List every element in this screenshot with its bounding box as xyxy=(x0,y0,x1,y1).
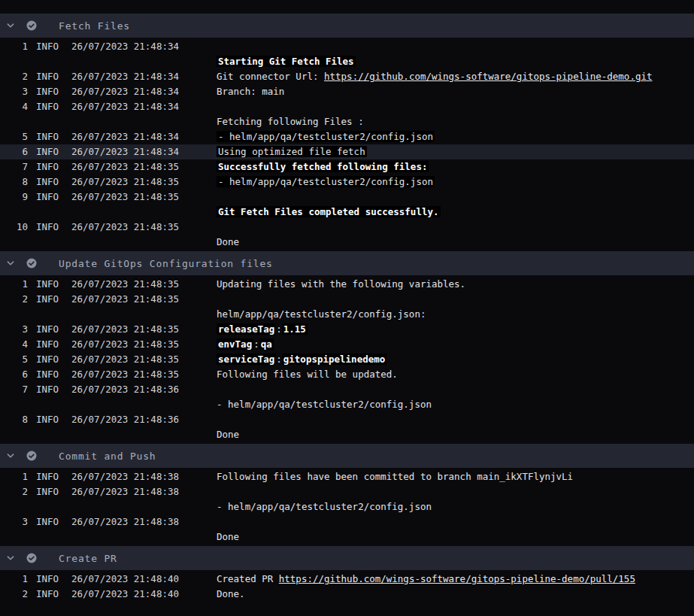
log-timestamp: 26/07/2023 21:48:38 xyxy=(71,469,217,484)
log-row[interactable]: 5INFO26/07/2023 21:48:34- helm/app/qa/te… xyxy=(0,129,694,144)
log-text: qa xyxy=(259,338,274,350)
log-row[interactable]: 6INFO26/07/2023 21:48:35Following files … xyxy=(0,367,694,382)
log-row[interactable]: 2INFO26/07/2023 21:48:34Git connector Ur… xyxy=(0,69,694,84)
line-number: 1 xyxy=(0,572,28,587)
line-number xyxy=(0,205,28,220)
log-text: : xyxy=(276,323,282,335)
section-commit-and-push: Commit and Push 1INFO26/07/2023 21:48:38… xyxy=(0,444,694,546)
log-row[interactable]: 6INFO26/07/2023 21:48:34Using optimized … xyxy=(0,144,694,159)
log-row[interactable]: Done xyxy=(0,235,694,250)
log-text: Git connector Url: xyxy=(217,71,324,82)
line-number: 8 xyxy=(0,174,28,190)
log-row[interactable]: 4INFO26/07/2023 21:48:34 xyxy=(0,99,694,114)
log-text: Following files have been committed to b… xyxy=(217,471,573,482)
log-level: INFO xyxy=(36,382,71,397)
log-row[interactable]: 5INFO26/07/2023 21:48:35serviceTag:gitop… xyxy=(0,352,694,367)
chevron-down-icon[interactable] xyxy=(6,259,15,268)
log-text: Done xyxy=(217,429,239,440)
log-text: : xyxy=(276,354,282,365)
log-message: serviceTag:gitopspipelinedemo xyxy=(217,352,386,367)
log-row[interactable]: 1INFO26/07/2023 21:48:38Following files … xyxy=(0,469,694,484)
log-message: helm/app/qa/testcluster2/config.json: xyxy=(217,307,426,322)
log-level: INFO xyxy=(36,144,71,159)
log-level: INFO xyxy=(36,220,71,235)
log-row[interactable]: 1INFO26/07/2023 21:48:34 xyxy=(0,39,694,54)
log-row[interactable]: - helm/app/qa/testcluster2/config.json xyxy=(0,499,694,514)
log-level: INFO xyxy=(36,514,71,530)
log-message: Done. xyxy=(217,587,245,602)
log-timestamp: 26/07/2023 21:48:35 xyxy=(71,220,217,235)
log-message: Starting Git Fetch Files xyxy=(217,54,356,69)
log-text: Following files will be updated. xyxy=(217,369,398,380)
log-row[interactable]: 3INFO26/07/2023 21:48:38 xyxy=(0,514,694,530)
log-link[interactable]: https://github.com/wings-software/gitops… xyxy=(324,71,653,82)
log-timestamp: 26/07/2023 21:48:34 xyxy=(71,144,217,159)
section-logs: 1INFO26/07/2023 21:48:38Following files … xyxy=(0,468,694,546)
chevron-down-icon[interactable] xyxy=(6,21,15,30)
section-header-fetch-files[interactable]: Fetch Files xyxy=(0,14,694,38)
line-number: 7 xyxy=(0,382,28,397)
log-text: - helm/app/qa/testcluster2/config.json xyxy=(217,399,432,410)
log-timestamp: 26/07/2023 21:48:34 xyxy=(71,39,217,54)
log-row[interactable]: Starting Git Fetch Files xyxy=(0,54,694,69)
line-number: 2 xyxy=(0,69,28,84)
log-row[interactable]: 9INFO26/07/2023 21:48:35 xyxy=(0,190,694,205)
log-row[interactable]: Git Fetch Files completed successfully. xyxy=(0,205,694,220)
section-header-update-gitops-configuration-files[interactable]: Update GitOps Configuration files xyxy=(0,251,694,275)
chevron-down-icon[interactable] xyxy=(6,554,15,563)
log-timestamp xyxy=(71,235,217,250)
log-text: helm/app/qa/testcluster2/config.json: xyxy=(217,308,426,320)
log-text: : xyxy=(253,338,259,350)
log-text: Updating files with the following variab… xyxy=(217,278,465,290)
section-update-gitops-configuration-files: Update GitOps Configuration files 1INFO2… xyxy=(0,251,694,444)
log-row[interactable]: 2INFO26/07/2023 21:48:38 xyxy=(0,484,694,499)
section-header-create-pr[interactable]: Create PR xyxy=(0,546,694,570)
line-number xyxy=(0,54,28,69)
log-timestamp xyxy=(71,205,217,220)
log-row[interactable]: 8INFO26/07/2023 21:48:35- helm/app/qa/te… xyxy=(0,174,694,190)
line-number: 3 xyxy=(0,514,28,530)
log-row[interactable]: 4INFO26/07/2023 21:48:35envTag:qa xyxy=(0,337,694,352)
log-row[interactable]: 1INFO26/07/2023 21:48:35Updating files w… xyxy=(0,277,694,292)
log-level xyxy=(36,114,71,129)
section-title: Fetch Files xyxy=(59,20,130,32)
log-row[interactable]: 2INFO26/07/2023 21:48:35 xyxy=(0,292,694,307)
log-level: INFO xyxy=(36,587,71,602)
log-row[interactable]: - helm/app/qa/testcluster2/config.json xyxy=(0,397,694,412)
log-text: Branch: main xyxy=(217,86,284,97)
log-row[interactable]: Done xyxy=(0,530,694,545)
log-text: Done. xyxy=(217,588,245,599)
log-link[interactable]: https://github.com/wings-software/gitops… xyxy=(279,573,635,584)
log-row[interactable]: 2INFO26/07/2023 21:48:40Done. xyxy=(0,587,694,602)
log-message: - helm/app/qa/testcluster2/config.json xyxy=(217,499,432,514)
section-logs: 1INFO26/07/2023 21:48:35Updating files w… xyxy=(0,275,694,444)
log-row[interactable]: helm/app/qa/testcluster2/config.json: xyxy=(0,307,694,322)
log-row[interactable]: 3INFO26/07/2023 21:48:34Branch: main xyxy=(0,84,694,99)
log-row[interactable]: 8INFO26/07/2023 21:48:36 xyxy=(0,412,694,427)
log-console: Fetch Files 1INFO26/07/2023 21:48:34Star… xyxy=(0,0,694,603)
log-message: - helm/app/qa/testcluster2/config.json xyxy=(217,397,432,412)
check-circle-icon xyxy=(26,451,37,461)
log-timestamp: 26/07/2023 21:48:36 xyxy=(71,412,217,427)
log-row[interactable]: Fetching following Files : xyxy=(0,114,694,129)
section-header-commit-and-push[interactable]: Commit and Push xyxy=(0,444,694,468)
line-number xyxy=(0,530,28,545)
log-row[interactable]: Done xyxy=(0,427,694,442)
log-row[interactable]: 7INFO26/07/2023 21:48:35Successfully fet… xyxy=(0,159,694,174)
log-text: Starting Git Fetch Files xyxy=(217,56,356,67)
section-fetch-files: Fetch Files 1INFO26/07/2023 21:48:34Star… xyxy=(0,14,694,251)
line-number: 6 xyxy=(0,144,28,159)
log-row[interactable]: 1INFO26/07/2023 21:48:40Created PR https… xyxy=(0,572,694,587)
log-message: Using optimized file fetch xyxy=(217,144,367,159)
log-row[interactable]: 10INFO26/07/2023 21:48:35 xyxy=(0,220,694,235)
log-text: Successfully fetched following files: xyxy=(217,161,429,172)
section-title: Update GitOps Configuration files xyxy=(59,258,273,269)
chevron-down-icon[interactable] xyxy=(6,451,15,460)
log-row[interactable]: 3INFO26/07/2023 21:48:35releaseTag:1.15 xyxy=(0,322,694,337)
log-level: INFO xyxy=(36,277,71,292)
log-row[interactable]: 7INFO26/07/2023 21:48:36 xyxy=(0,382,694,397)
log-text: Created PR xyxy=(217,573,279,584)
line-number xyxy=(0,397,28,412)
log-timestamp: 26/07/2023 21:48:35 xyxy=(71,159,217,174)
line-number: 6 xyxy=(0,367,28,382)
